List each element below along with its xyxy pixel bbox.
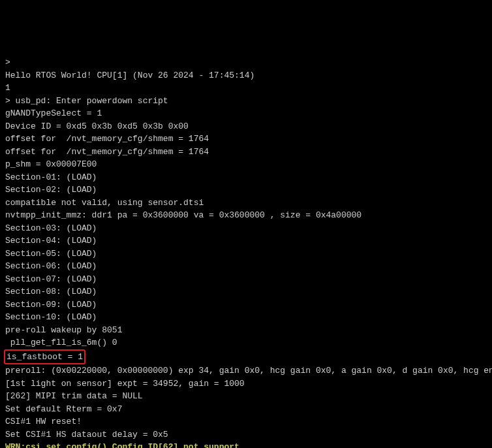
terminal-output: >Hello RTOS World! CPU[1] (Nov 26 2024 -… (5, 56, 487, 448)
terminal-line: gNANDTypeSelect = 1 (5, 107, 487, 120)
terminal-line: offset for /nvt_memory_cfg/shmem = 1764 (5, 133, 487, 146)
terminal-line: Section-07: (LOAD) (5, 273, 487, 286)
terminal-line: Section-02: (LOAD) (5, 184, 487, 197)
terminal-line: WRN:csi_set_config() Config ID[62] not s… (5, 441, 487, 448)
terminal-line: pre-roll wakeup by 8051 (5, 324, 487, 337)
terminal-line: Hello RTOS World! CPU[1] (Nov 26 2024 - … (5, 69, 487, 82)
terminal-line: 1 (5, 82, 487, 95)
terminal-line: [1st light on sensor] expt = 34952, gain… (5, 377, 487, 391)
highlighted-text: is_fastboot = 1 (4, 349, 85, 365)
terminal-line: Section-03: (LOAD) (5, 222, 487, 235)
terminal-line: > usb_pd: Enter powerdown script (5, 95, 487, 108)
terminal-line: compatible not valid, using sensor.dtsi (5, 197, 487, 210)
terminal-line: Set default Rterm = 0x7 (5, 403, 487, 416)
terminal-line: Set CSI#1 HS dataout delay = 0x5 (5, 428, 487, 441)
warning-text: WRN:csi_set_config() Config ID[62] not s… (5, 442, 239, 448)
terminal-line: preroll: (0x00220000, 0x00000000) exp 34… (5, 364, 487, 377)
terminal-line: Section-06: (LOAD) (5, 260, 487, 273)
terminal-line: [262] MIPI trim data = NULL (5, 390, 487, 403)
terminal-line: offset for /nvt_memory_cfg/shmem = 1764 (5, 146, 487, 159)
terminal-line: nvtmpp_init_mmz: ddr1 pa = 0x3600000 va … (5, 209, 487, 222)
terminal-line: pll_get_fll_is_6m() 0 (5, 336, 487, 349)
terminal-line: Section-01: (LOAD) (5, 171, 487, 184)
terminal-line: p_shm = 0x00007E00 (5, 158, 487, 171)
terminal-line: CSI#1 HW reset! (5, 415, 487, 428)
terminal-line: Section-08: (LOAD) (5, 285, 487, 298)
terminal-line: Section-04: (LOAD) (5, 234, 487, 248)
terminal-line: > (5, 56, 487, 69)
terminal-line: Section-05: (LOAD) (5, 248, 487, 261)
terminal-line: is_fastboot = 1 (5, 349, 487, 365)
terminal-line: Section-10: (LOAD) (5, 311, 487, 324)
terminal-line: Device ID = 0xd5 0x3b 0xd5 0x3b 0x00 (5, 120, 487, 133)
terminal-line: Section-09: (LOAD) (5, 298, 487, 312)
